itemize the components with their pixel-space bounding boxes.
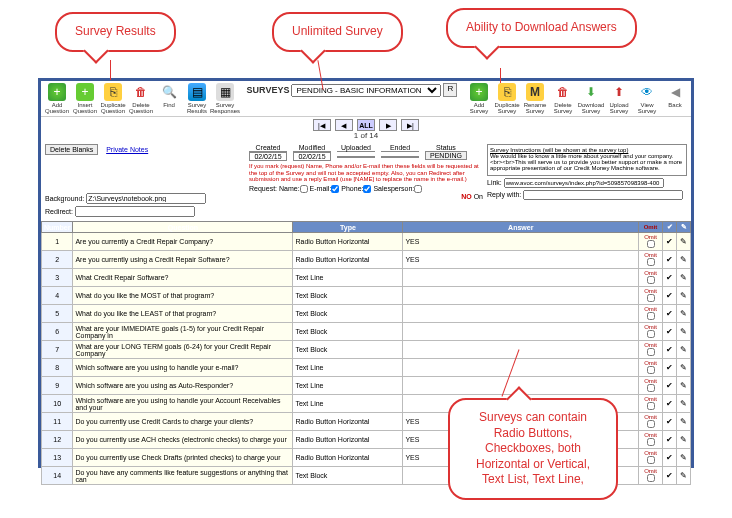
row-edit[interactable]: ✎ xyxy=(677,269,691,287)
omit-checkbox[interactable] xyxy=(647,330,655,338)
omit-checkbox[interactable] xyxy=(647,420,655,428)
omit-checkbox[interactable] xyxy=(647,258,655,266)
table-row[interactable]: 7What are your LONG TERM goals (6-24) fo… xyxy=(42,341,691,359)
row-edit[interactable]: ✎ xyxy=(677,323,691,341)
omit-checkbox[interactable] xyxy=(647,294,655,302)
back-button[interactable]: ◀Back xyxy=(661,83,689,114)
private-notes-link[interactable]: Private Notes xyxy=(106,146,148,153)
omit-checkbox[interactable] xyxy=(647,348,655,356)
row-check[interactable]: ✔ xyxy=(663,377,677,395)
omit-checkbox[interactable] xyxy=(647,402,655,410)
omit-checkbox[interactable] xyxy=(647,438,655,446)
row-question: What are your IMMEDIATE goals (1-5) for … xyxy=(73,323,293,341)
warning-text: If you mark (request) Name, Phone and/or… xyxy=(249,163,483,183)
delete-blanks-button[interactable]: Delete Blanks xyxy=(45,144,98,155)
table-row[interactable]: 5What do you like the LEAST of that prog… xyxy=(42,305,691,323)
row-check[interactable]: ✔ xyxy=(663,305,677,323)
duplicate-question-button[interactable]: ⎘DuplicateQuestion xyxy=(99,83,127,114)
omit-checkbox[interactable] xyxy=(647,276,655,284)
survey-dropdown[interactable]: PENDING - BASIC INFORMATION [[FOR xyxy=(291,84,441,97)
row-edit[interactable]: ✎ xyxy=(677,431,691,449)
table-row[interactable]: 9Which software are you using as Auto-Re… xyxy=(42,377,691,395)
row-edit[interactable]: ✎ xyxy=(677,449,691,467)
add-question-button[interactable]: +AddQuestion xyxy=(43,83,71,114)
modified-value: 02/02/15 xyxy=(293,152,331,161)
row-edit[interactable]: ✎ xyxy=(677,341,691,359)
survey-responses-button[interactable]: ▦SurveyResponses xyxy=(211,83,239,114)
row-edit[interactable]: ✎ xyxy=(677,359,691,377)
duplicate-survey-button[interactable]: ⎘DuplicateSurvey xyxy=(493,83,521,114)
survey-results-button[interactable]: ▤SurveyResults xyxy=(183,83,211,114)
request-name-checkbox[interactable] xyxy=(300,185,308,193)
row-check[interactable]: ✔ xyxy=(663,395,677,413)
table-row[interactable]: 4What do you like the MOST of that progr… xyxy=(42,287,691,305)
table-row[interactable]: 2Are you currently using a Credit Repair… xyxy=(42,251,691,269)
row-check[interactable]: ✔ xyxy=(663,287,677,305)
row-omit: Omit xyxy=(639,467,663,485)
row-check[interactable]: ✔ xyxy=(663,449,677,467)
row-type: Text Block xyxy=(293,341,403,359)
row-edit[interactable]: ✎ xyxy=(677,287,691,305)
r-button[interactable]: R xyxy=(443,83,457,97)
row-check[interactable]: ✔ xyxy=(663,251,677,269)
row-edit[interactable]: ✎ xyxy=(677,251,691,269)
link-input[interactable] xyxy=(504,178,664,188)
delete-survey-button[interactable]: 🗑DeleteSurvey xyxy=(549,83,577,114)
request-sales-checkbox[interactable] xyxy=(414,185,422,193)
link-label: Link: xyxy=(487,179,502,186)
row-check[interactable]: ✔ xyxy=(663,467,677,485)
survey-instructions-box[interactable]: Survey Instructions (will be shown at th… xyxy=(487,144,687,176)
edit-icon: ✎ xyxy=(680,327,687,336)
download-survey-button[interactable]: ⬇DownloadSurvey xyxy=(577,83,605,114)
row-check[interactable]: ✔ xyxy=(663,269,677,287)
row-edit[interactable]: ✎ xyxy=(677,233,691,251)
table-row[interactable]: 3What Credit Repair Software?Text LineOm… xyxy=(42,269,691,287)
insert-question-button[interactable]: +InsertQuestion xyxy=(71,83,99,114)
row-check[interactable]: ✔ xyxy=(663,323,677,341)
redirect-input[interactable] xyxy=(75,206,195,217)
view-survey-button[interactable]: 👁ViewSurvey xyxy=(633,83,661,114)
edit-icon: ✎ xyxy=(680,381,687,390)
omit-checkbox[interactable] xyxy=(647,312,655,320)
row-check[interactable]: ✔ xyxy=(663,359,677,377)
nav-all[interactable]: ALL xyxy=(357,119,375,131)
background-input[interactable] xyxy=(86,193,206,204)
row-edit[interactable]: ✎ xyxy=(677,395,691,413)
row-check[interactable]: ✔ xyxy=(663,341,677,359)
toolbar-label: RenameSurvey xyxy=(524,102,547,114)
edit-icon: ✎ xyxy=(680,435,687,444)
row-type: Text Line xyxy=(293,395,403,413)
omit-checkbox[interactable] xyxy=(647,384,655,392)
table-row[interactable]: 1Are you currently a Credit Repair Compa… xyxy=(42,233,691,251)
nav-prev[interactable]: ◀ xyxy=(335,119,353,131)
table-row[interactable]: 6What are your IMMEDIATE goals (1-5) for… xyxy=(42,323,691,341)
nav-next[interactable]: ▶ xyxy=(379,119,397,131)
add-survey-button[interactable]: +AddSurvey xyxy=(465,83,493,114)
omit-checkbox[interactable] xyxy=(647,456,655,464)
omit-checkbox[interactable] xyxy=(647,474,655,482)
request-phone-checkbox[interactable] xyxy=(363,185,371,193)
row-edit[interactable]: ✎ xyxy=(677,377,691,395)
omit-checkbox[interactable] xyxy=(647,240,655,248)
omit-checkbox[interactable] xyxy=(647,366,655,374)
row-question: Do you currently use Check Drafts (print… xyxy=(73,449,293,467)
row-edit[interactable]: ✎ xyxy=(677,413,691,431)
row-edit[interactable]: ✎ xyxy=(677,305,691,323)
request-email-checkbox[interactable] xyxy=(331,185,339,193)
find-button[interactable]: 🔍Find xyxy=(155,83,183,114)
table-row[interactable]: 8Which software are you using to handle … xyxy=(42,359,691,377)
row-question: What are your LONG TERM goals (6-24) for… xyxy=(73,341,293,359)
upload-survey-button[interactable]: ⬆UploadSurvey xyxy=(605,83,633,114)
reply-input[interactable] xyxy=(523,190,683,200)
row-edit[interactable]: ✎ xyxy=(677,467,691,485)
nav-last[interactable]: ▶| xyxy=(401,119,419,131)
created-value: 02/02/15 xyxy=(249,152,287,161)
delete-question-button[interactable]: 🗑DeleteQuestion xyxy=(127,83,155,114)
row-check[interactable]: ✔ xyxy=(663,413,677,431)
nav-first[interactable]: |◀ xyxy=(313,119,331,131)
row-question: Do you currently use Credit Cards to cha… xyxy=(73,413,293,431)
row-check[interactable]: ✔ xyxy=(663,233,677,251)
survey-responses-icon: ▦ xyxy=(216,83,234,101)
row-check[interactable]: ✔ xyxy=(663,431,677,449)
rename-survey-button[interactable]: MRenameSurvey xyxy=(521,83,549,114)
